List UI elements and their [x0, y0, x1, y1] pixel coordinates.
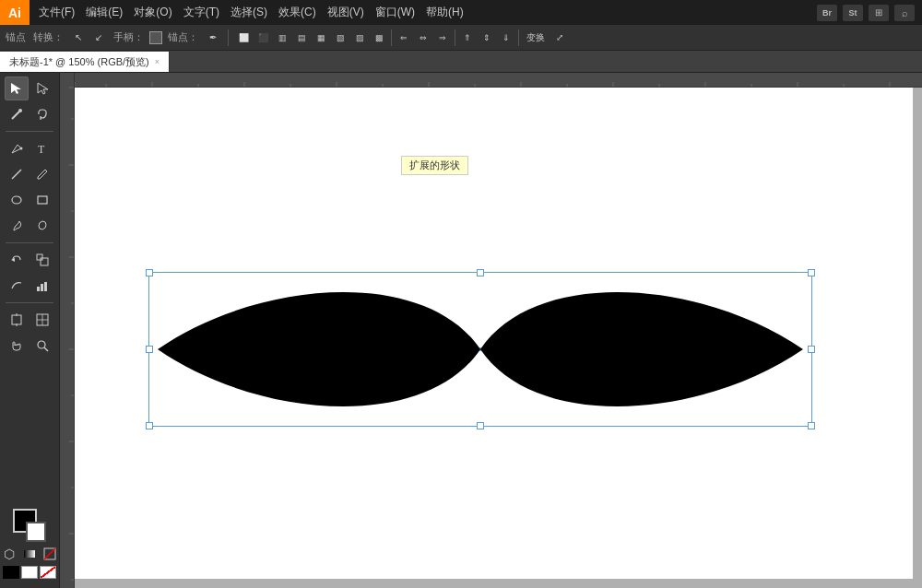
- dist-btn-6[interactable]: ⇓: [497, 29, 515, 47]
- align-btn-8[interactable]: ▩: [370, 29, 388, 47]
- svg-rect-26: [60, 73, 922, 88]
- svg-line-6: [12, 170, 21, 179]
- type-tool[interactable]: T: [30, 136, 54, 160]
- tool-row-1: [5, 76, 54, 100]
- scale-tool[interactable]: [30, 248, 54, 272]
- color-row-icons: ⬡: [1, 546, 58, 562]
- svg-line-22: [44, 347, 48, 351]
- rect-tool[interactable]: [30, 188, 54, 212]
- graph-tool[interactable]: [30, 274, 54, 298]
- tool-sep-3: [6, 302, 53, 303]
- background-color[interactable]: [26, 522, 46, 542]
- canvas-page: 扩展的形状: [75, 88, 913, 579]
- tool-row-4: [5, 162, 54, 186]
- white-swatch[interactable]: [21, 566, 38, 579]
- shape-container[interactable]: [148, 272, 812, 427]
- select-tool[interactable]: [5, 76, 29, 100]
- handle-square-btn[interactable]: [149, 31, 162, 44]
- color-boxes: [13, 509, 46, 542]
- svg-line-25: [44, 548, 55, 559]
- pen-tool[interactable]: [5, 136, 29, 160]
- svg-point-21: [38, 341, 45, 348]
- svg-rect-13: [41, 284, 43, 291]
- zoom-tool[interactable]: [30, 334, 54, 358]
- bridge-icon[interactable]: Br: [817, 5, 837, 21]
- svg-rect-10: [37, 254, 42, 260]
- anchor-pen-btn[interactable]: ✒: [204, 29, 222, 47]
- menu-file[interactable]: 文件(F): [33, 0, 80, 25]
- transform-label-btn: 变换: [522, 29, 550, 47]
- menu-window[interactable]: 窗口(W): [370, 0, 420, 25]
- tool-row-2: [5, 102, 54, 126]
- warp-tool[interactable]: [5, 274, 29, 298]
- svg-rect-11: [41, 258, 48, 265]
- dist-btn-3[interactable]: ⇒: [433, 29, 452, 47]
- main-area: T: [0, 73, 922, 588]
- dist-btn-2[interactable]: ⇔: [414, 29, 432, 47]
- handle-label: 手柄：: [112, 30, 146, 44]
- none-swatch[interactable]: [40, 566, 56, 579]
- svg-text:T: T: [38, 143, 45, 155]
- stock-icon[interactable]: St: [843, 5, 863, 21]
- direct-select-tool[interactable]: [30, 76, 54, 100]
- line-tool[interactable]: [5, 162, 29, 186]
- rotate-tool[interactable]: [5, 248, 29, 272]
- sep4: [518, 29, 519, 46]
- dist-btn-4[interactable]: ⇑: [458, 29, 477, 47]
- tool-row-7: [5, 248, 54, 272]
- menu-select[interactable]: 选择(S): [225, 0, 273, 25]
- dist-btn-5[interactable]: ⇕: [478, 29, 496, 47]
- menu-text[interactable]: 文字(T): [178, 0, 225, 25]
- convert-icons: ↖ ↙: [69, 29, 108, 47]
- magic-wand-tool[interactable]: [5, 102, 29, 126]
- slice-tool[interactable]: [30, 308, 54, 332]
- search-icon[interactable]: ⌕: [894, 5, 915, 21]
- menu-edit[interactable]: 编辑(E): [80, 0, 128, 25]
- align-btn-1[interactable]: ⬜: [234, 29, 253, 47]
- convert-btn-1[interactable]: ↖: [69, 29, 88, 47]
- sep2: [391, 29, 392, 46]
- menu-help[interactable]: 帮助(H): [420, 0, 469, 25]
- sep3: [455, 29, 455, 46]
- svg-marker-1: [38, 83, 48, 94]
- align-btn-2[interactable]: ⬛: [254, 29, 272, 47]
- align-btn-5[interactable]: ▦: [312, 29, 330, 47]
- grid-icon[interactable]: ⊞: [869, 5, 889, 21]
- anchor-label: 锚点: [4, 30, 28, 44]
- convert-btn-2[interactable]: ↙: [89, 29, 108, 47]
- gradient-btn[interactable]: [21, 546, 38, 562]
- pencil-tool[interactable]: [30, 162, 54, 186]
- hand-tool[interactable]: [5, 334, 29, 358]
- align-btn-7[interactable]: ▨: [350, 29, 369, 47]
- transform-icon-btn[interactable]: ⤢: [550, 29, 569, 47]
- canvas-area[interactable]: 扩展的形状: [60, 73, 922, 588]
- align-btn-3[interactable]: ▥: [273, 29, 291, 47]
- shape-align-icons: ⬜ ⬛ ▥ ▤ ▦ ▧ ▨ ▩ ⇐ ⇔ ⇒ ⇑ ⇕ ⇓ 变换 ⤢: [234, 29, 569, 47]
- svg-line-2: [12, 112, 19, 119]
- none-fill-btn[interactable]: [41, 546, 58, 562]
- tool-row-10: [5, 334, 54, 358]
- eye-shape[interactable]: [148, 272, 812, 427]
- artboard-tool[interactable]: [5, 308, 29, 332]
- none-color-btn[interactable]: ⬡: [1, 546, 18, 562]
- brush-tool[interactable]: [5, 214, 29, 238]
- blob-brush-tool[interactable]: [30, 214, 54, 238]
- align-btn-6[interactable]: ▧: [331, 29, 349, 47]
- svg-point-7: [12, 196, 21, 204]
- ai-logo: Ai: [0, 0, 30, 25]
- tab-main[interactable]: 未标题-1* @ 150% (RGB/预览) ×: [0, 52, 170, 72]
- align-btn-4[interactable]: ▤: [292, 29, 311, 47]
- menu-object[interactable]: 对象(O): [128, 0, 177, 25]
- control-bar: 锚点 转换： ↖ ↙ 手柄： 锚点： ✒ ⬜ ⬛ ▥ ▤ ▦ ▧ ▨ ▩ ⇐ ⇔…: [0, 25, 922, 51]
- menu-effect[interactable]: 效果(C): [273, 0, 322, 25]
- lasso-tool[interactable]: [30, 102, 54, 126]
- title-bar: Ai 文件(F) 编辑(E) 对象(O) 文字(T) 选择(S) 效果(C) 视…: [0, 0, 922, 25]
- dist-btn-1[interactable]: ⇐: [395, 29, 413, 47]
- tab-close-btn[interactable]: ×: [155, 57, 160, 66]
- black-swatch[interactable]: [3, 566, 19, 579]
- tool-row-3: T: [5, 136, 54, 160]
- sidebar: T: [0, 73, 60, 588]
- anchor2-label: 锚点：: [166, 30, 200, 44]
- ellipse-tool[interactable]: [5, 188, 29, 212]
- menu-view[interactable]: 视图(V): [322, 0, 370, 25]
